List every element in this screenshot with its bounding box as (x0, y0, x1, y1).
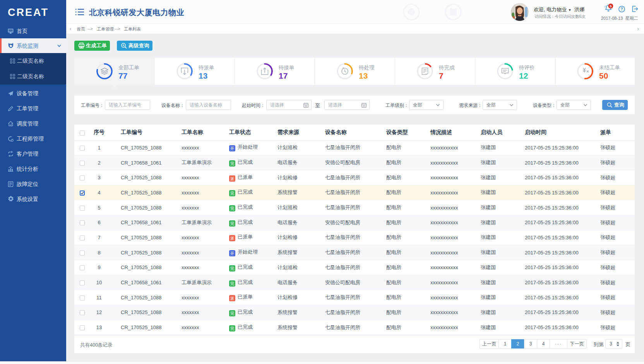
svg-text:?: ? (620, 7, 623, 11)
svg-text:5: 5 (610, 4, 612, 8)
